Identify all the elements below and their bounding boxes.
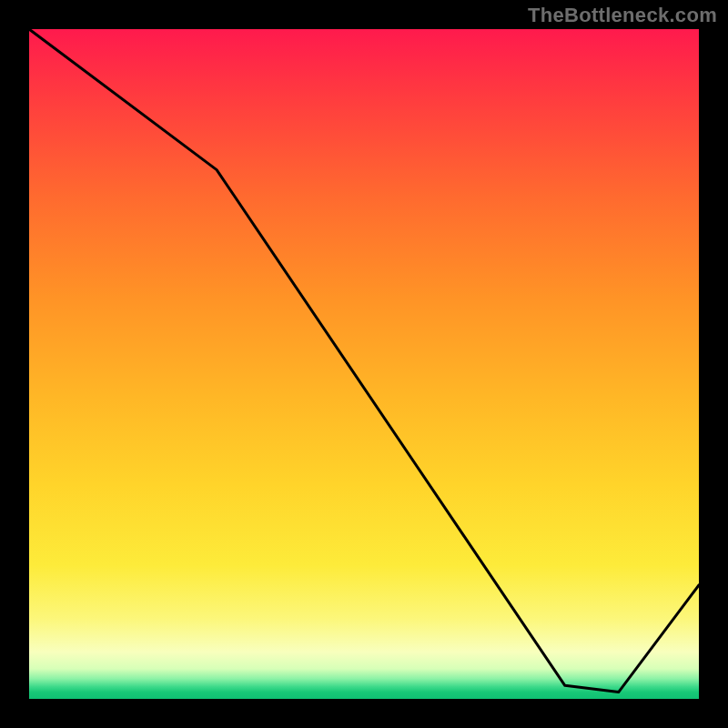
bottleneck-curve <box>29 29 699 699</box>
plot-area <box>29 29 699 699</box>
curve-path <box>29 29 699 693</box>
chart-frame: TheBottleneck.com <box>0 0 728 728</box>
watermark-text: TheBottleneck.com <box>528 4 717 27</box>
